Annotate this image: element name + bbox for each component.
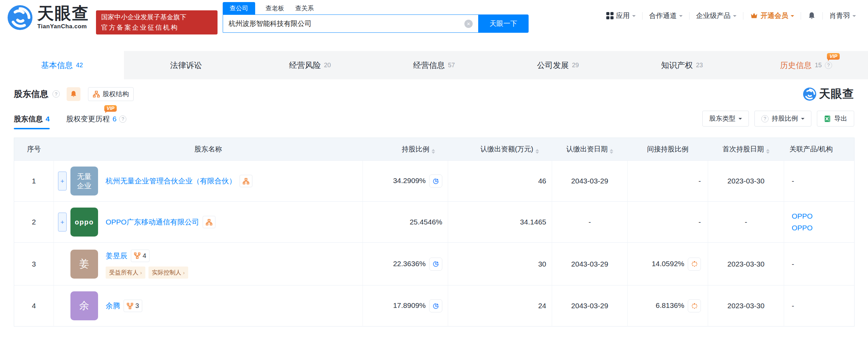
beneficial-owner-tag[interactable]: 受益所有人 — [106, 267, 145, 279]
indirect-ratio-cell: 6.8136% — [628, 285, 708, 327]
nav-partner[interactable]: 合作通道 — [643, 11, 689, 20]
related-product-link[interactable]: OPPO — [792, 224, 854, 232]
indirect-holding-button[interactable] — [688, 258, 701, 271]
top-nav: 应用 合作通道 企业级产品 开通会员 — [600, 11, 862, 20]
avatar: 无量 企业 — [70, 167, 98, 195]
nav-user[interactable]: 肖青羽 — [823, 11, 862, 20]
row-index: 2 — [14, 202, 54, 243]
tab-basic-info[interactable]: 基本信息 42 — [0, 51, 124, 79]
pie-chart-button[interactable] — [429, 258, 442, 271]
table-row: 4 余 余腾 3 — [14, 285, 855, 327]
sort-icon[interactable] — [536, 149, 539, 154]
tab-count: 15 — [815, 62, 822, 69]
help-icon[interactable] — [825, 62, 832, 69]
export-button[interactable]: 导出 — [817, 111, 854, 127]
help-icon[interactable] — [52, 90, 60, 98]
nav-enterprise[interactable]: 企业级产品 — [689, 11, 743, 20]
search-tab-boss[interactable]: 查老板 — [265, 2, 285, 14]
indirect-holding-button[interactable] — [688, 299, 701, 312]
chevron-down-icon — [739, 118, 742, 121]
tianyancha-logo[interactable]: 天眼查 TianYanCha.com — [8, 5, 89, 30]
nav-open-vip[interactable]: 开通会员 — [743, 11, 801, 20]
tab-count: 29 — [572, 62, 579, 69]
first-holding-date-cell: 2023-03-30 — [708, 161, 784, 202]
tab-label: 知识产权 — [661, 60, 693, 71]
subtab-equity-change-history[interactable]: VIP 股权变更历程 6 — [66, 114, 127, 129]
avatar-text: 企业 — [77, 181, 91, 190]
pie-chart-button[interactable] — [429, 299, 442, 312]
tab-label: 经营信息 — [413, 60, 445, 71]
search-tab-relation[interactable]: 查关系 — [295, 2, 315, 14]
relation-graph-count: 4 — [143, 252, 146, 260]
col-shareholder-name: 股东名称 — [54, 138, 363, 161]
sort-icon[interactable] — [432, 149, 435, 154]
related-product-link[interactable]: OPPO — [792, 212, 854, 220]
subscribe-bell-button[interactable] — [67, 87, 80, 101]
first-holding-date-cell: - — [708, 202, 784, 243]
expand-button[interactable]: + — [58, 172, 67, 191]
first-holding-date-cell: 2023-03-30 — [708, 243, 784, 285]
equity-structure-mini-button[interactable] — [240, 175, 252, 187]
company-tab-strip: 基本信息 42 法律诉讼 经营风险 20 经营信息 57 公司发展 29 知识产… — [0, 51, 868, 79]
subtab-count: 4 — [46, 115, 50, 123]
holding-ratio-dropdown[interactable]: 持股比例 — [754, 111, 811, 127]
search-tabs: 查公司 查老板 查关系 — [223, 2, 529, 14]
subtab-shareholder-info[interactable]: 股东信息 4 — [14, 114, 50, 129]
shareholder-name-link[interactable]: OPPO广东移动通信有限公司 — [106, 217, 199, 227]
search-input[interactable] — [223, 14, 478, 33]
vip-badge: VIP — [827, 53, 840, 60]
cert-badge-line1: 国家中小企业发展子基金旗下 — [101, 12, 212, 22]
tab-count: 20 — [324, 62, 331, 69]
chevron-down-icon — [791, 15, 794, 19]
help-icon[interactable] — [119, 116, 126, 123]
avatar-text: 无量 — [77, 172, 91, 181]
actual-controller-tag[interactable]: 实际控制人 — [148, 267, 188, 279]
subtab-label: 股东信息 — [14, 114, 43, 124]
holding-ratio-cell: 25.4546% — [363, 202, 448, 243]
holding-ratio-value: 22.3636% — [393, 259, 426, 267]
shareholder-name-link[interactable]: 姜昱辰 — [106, 251, 127, 261]
indirect-ratio-cell: 14.0592% — [628, 243, 708, 285]
nav-notifications[interactable] — [801, 12, 822, 20]
avatar-text: oppo — [75, 218, 94, 227]
col-first-holding-date[interactable]: 首次持股日期 — [708, 138, 784, 161]
shareholder-type-dropdown[interactable]: 股东类型 — [702, 111, 749, 127]
tab-business-info[interactable]: 经营信息 57 — [372, 51, 496, 79]
tab-legal[interactable]: 法律诉讼 — [124, 51, 248, 79]
nav-apps[interactable]: 应用 — [600, 11, 642, 20]
section-title: 股东信息 — [14, 88, 48, 100]
equity-structure-button[interactable]: 股权结构 — [88, 87, 134, 101]
pie-chart-button[interactable] — [429, 174, 442, 188]
subscribed-date-cell: 2043-03-29 — [552, 285, 628, 327]
search-tab-company[interactable]: 查公司 — [223, 2, 255, 14]
sort-icon[interactable] — [610, 149, 613, 154]
holding-ratio-cell: 17.8909% — [363, 285, 448, 327]
expand-button[interactable]: + — [58, 213, 67, 232]
tab-intellectual-property[interactable]: 知识产权 23 — [620, 51, 744, 79]
logo-title: 天眼查 — [37, 5, 89, 22]
tab-operation-risk[interactable]: 经营风险 20 — [248, 51, 372, 79]
shareholder-name-link[interactable]: 余腾 — [106, 301, 120, 311]
logo-domain: TianYanCha.com — [37, 23, 89, 30]
subtab-label: 股权变更历程 — [66, 114, 110, 124]
subscribed-amount-cell: 46 — [448, 161, 552, 202]
col-subscribed-amount[interactable]: 认缴出资额(万元) — [448, 138, 552, 161]
search-area: 查公司 查老板 查关系 天眼一下 — [223, 2, 529, 33]
clear-icon[interactable] — [464, 20, 473, 28]
row-index: 1 — [14, 161, 54, 202]
sort-icon[interactable] — [766, 149, 770, 154]
equity-structure-mini-button[interactable] — [203, 216, 215, 228]
tab-company-development[interactable]: 公司发展 29 — [496, 51, 620, 79]
search-button[interactable]: 天眼一下 — [478, 14, 529, 33]
tab-count: 42 — [76, 62, 83, 69]
col-holding-ratio[interactable]: 持股比例 — [363, 138, 448, 161]
shareholder-name-link[interactable]: 杭州无量企业管理合伙企业（有限合伙） — [106, 176, 236, 186]
relation-graph-button[interactable]: 4 — [131, 250, 150, 262]
col-subscribed-date[interactable]: 认缴出资日期 — [552, 138, 628, 161]
col-label: 持股比例 — [402, 145, 430, 153]
subtab-count: 6 — [113, 115, 117, 123]
col-label: 认缴出资日期 — [566, 145, 608, 153]
relation-graph-button[interactable]: 3 — [124, 300, 142, 312]
tab-history-info[interactable]: VIP 历史信息 15 — [744, 51, 868, 79]
tab-label: 经营风险 — [289, 60, 321, 71]
